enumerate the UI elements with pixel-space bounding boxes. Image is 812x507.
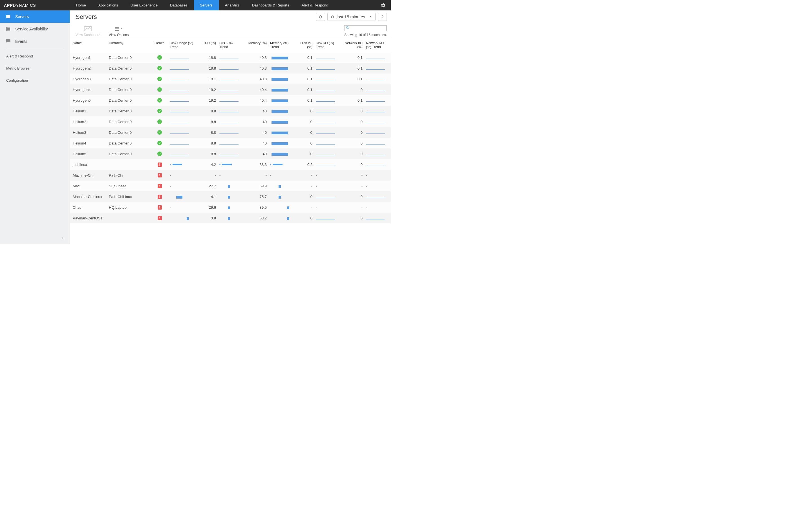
column-header-disk_trend[interactable]: Disk Usage (%) Trend <box>168 38 199 52</box>
sparkline-trend <box>219 55 239 59</box>
sidebar-item-alert-respond[interactable]: Alert & Respond <box>0 50 70 62</box>
table-row[interactable]: Hydrogen5Data Center 019.240.40.10.1 <box>70 95 391 106</box>
table-row[interactable]: jadslinux!4.238.30.20 <box>70 159 391 170</box>
cell-diskio: 0 <box>297 152 314 156</box>
sparkbar-trend <box>270 152 289 156</box>
column-header-diskio_trend[interactable]: Disk I/O (%) Trend <box>314 38 340 52</box>
topnav-item-user-experience[interactable]: User Experience <box>124 0 164 10</box>
cell-mem_trend: - <box>268 173 297 177</box>
search-input[interactable] <box>344 25 387 31</box>
sidebar-item-configuration[interactable]: Configuration <box>0 74 70 87</box>
time-range-selector[interactable]: last 15 minutes <box>327 13 375 21</box>
cell-cpu_trend <box>218 66 243 70</box>
servers-table: NameHierarchyHealthDisk Usage (%) TrendC… <box>70 38 391 223</box>
topnav-item-alert-respond[interactable]: Alert & Respond <box>295 0 335 10</box>
column-header-hierarchy[interactable]: Hierarchy <box>107 38 151 52</box>
cell-cpu: 18.8 <box>199 55 218 60</box>
topnav-item-servers[interactable]: Servers <box>194 0 219 10</box>
cell-cpu_trend <box>218 184 243 188</box>
table-row[interactable]: Helium2Data Center 08.84000 <box>70 116 391 127</box>
table-row[interactable]: MacSF,Suneet!-27.769.9---- <box>70 180 391 191</box>
cell-cpu: 18.8 <box>199 66 218 70</box>
column-header-netio_trend[interactable]: Network I/O (%) Trend <box>364 38 388 52</box>
time-range-label: last 15 minutes <box>337 14 365 19</box>
refresh-button[interactable] <box>316 13 325 21</box>
sparkline-trend <box>366 55 385 59</box>
sidebar-item-service-availability[interactable]: Service Availability <box>0 23 70 35</box>
column-header-name[interactable]: Name <box>70 38 107 52</box>
topnav-item-applications[interactable]: Applications <box>92 0 124 10</box>
cell-cpu: 4.1 <box>199 194 218 199</box>
cell-mem: 75.7 <box>243 194 268 199</box>
cell-name: Machine-ChiLinux <box>70 194 107 199</box>
sparkbar-trend <box>170 164 189 165</box>
table-row[interactable]: Machine-ChiLinuxPath-ChiLinux!4.175.700 <box>70 191 391 202</box>
cell-mem: 40.3 <box>243 66 268 70</box>
settings-gear-icon[interactable] <box>379 0 388 10</box>
cell-netio: 0.1 <box>340 77 364 81</box>
column-header-diskio[interactable]: Disk I/O (%) <box>297 38 314 52</box>
cell-diskio: 0.1 <box>297 55 314 60</box>
table-row[interactable]: Payman-CentOS1!3.853.200 <box>70 213 391 223</box>
cell-diskio_trend <box>314 120 340 124</box>
cell-name: Mac <box>70 184 107 188</box>
collapse-sidebar-button[interactable] <box>60 235 67 241</box>
table-row[interactable]: Hydrogen3Data Center 019.140.30.10.1 <box>70 73 391 84</box>
column-header-netio[interactable]: Network I/O (%) <box>340 38 364 52</box>
table-row[interactable]: Hydrogen4Data Center 019.240.40.10 <box>70 84 391 95</box>
cell-netio: 0 <box>340 130 364 135</box>
health-critical-icon: ! <box>158 184 162 188</box>
cell-health: ! <box>151 173 168 177</box>
cell-cpu_trend <box>218 164 243 165</box>
sparkline-trend <box>219 66 239 70</box>
sparkline-trend <box>316 55 335 59</box>
table-row[interactable]: ChadHQ,Laptop!-29.689.5---- <box>70 202 391 213</box>
view-dashboard-button[interactable]: View Dashboard <box>75 26 100 37</box>
health-ok-icon <box>157 141 162 145</box>
top-nav: HomeApplicationsUser ExperienceDatabases… <box>70 0 335 10</box>
svg-rect-2 <box>6 17 10 18</box>
top-bar: APPDYNAMICS HomeApplicationsUser Experie… <box>0 0 391 10</box>
table-row[interactable]: Hydrogen2Data Center 018.840.30.10.1 <box>70 63 391 73</box>
table-row[interactable]: Helium3Data Center 08.84000 <box>70 127 391 138</box>
dash-placeholder: - <box>316 184 317 188</box>
cell-mem_trend <box>268 194 297 199</box>
sidebar-item-label: Service Availability <box>15 27 48 31</box>
view-options-button[interactable]: View Options <box>109 26 129 37</box>
sparkline-trend <box>219 130 239 134</box>
table-row[interactable]: Hydrogen1Data Center 018.840.30.10.1 <box>70 52 391 63</box>
cell-netio_trend <box>364 88 388 92</box>
cell-name: Helium4 <box>70 141 107 145</box>
column-header-mem_trend[interactable]: Memory (%) Trend <box>268 38 297 52</box>
table-row[interactable]: Helium4Data Center 08.84000 <box>70 138 391 149</box>
svg-rect-6 <box>115 29 119 29</box>
cell-disk_trend: - <box>168 184 199 188</box>
table-row[interactable]: Helium1Data Center 08.84000 <box>70 106 391 116</box>
cell-cpu_trend: - <box>218 173 243 177</box>
table-row[interactable]: Machine-ChiPath-Chi!--------- <box>70 170 391 180</box>
chat-icon <box>6 39 15 44</box>
cell-disk_trend <box>168 152 199 156</box>
table-row[interactable]: Helium5Data Center 08.84000 <box>70 149 391 159</box>
topnav-item-analytics[interactable]: Analytics <box>219 0 246 10</box>
sidebar-item-servers[interactable]: Servers <box>0 10 70 23</box>
showing-count: Showing 16 of 16 machines. <box>344 33 387 37</box>
column-header-health[interactable]: Health <box>151 38 168 52</box>
topnav-item-home[interactable]: Home <box>70 0 92 10</box>
column-header-cpu_trend[interactable]: CPU (%) Trend <box>218 38 243 52</box>
column-header-cpu[interactable]: CPU (%) <box>199 38 218 52</box>
topnav-item-dashboards-reports[interactable]: Dashboards & Reports <box>246 0 296 10</box>
help-button[interactable]: ? <box>378 13 387 21</box>
cell-cpu: 19.2 <box>199 98 218 103</box>
topnav-item-databases[interactable]: Databases <box>164 0 194 10</box>
sparkline-trend <box>170 77 189 81</box>
table-body: Hydrogen1Data Center 018.840.30.10.1Hydr… <box>70 52 391 223</box>
column-header-mem[interactable]: Memory (%) <box>243 38 268 52</box>
sidebar-item-metric-browser[interactable]: Metric Browser <box>0 62 70 74</box>
sidebar-item-events[interactable]: Events <box>0 35 70 48</box>
cell-cpu: 4.2 <box>199 163 218 167</box>
cell-mem: 40.4 <box>243 98 268 103</box>
cell-cpu: 8.8 <box>199 130 218 135</box>
cell-diskio_trend <box>314 141 340 145</box>
cell-diskio: - <box>297 173 314 177</box>
